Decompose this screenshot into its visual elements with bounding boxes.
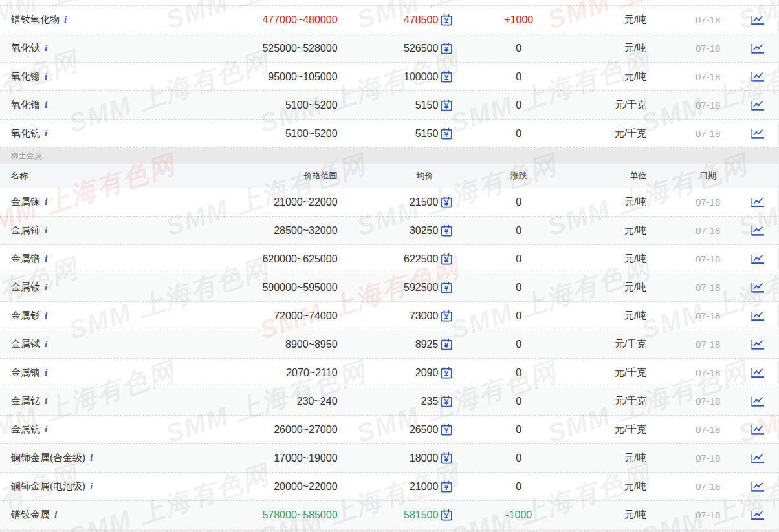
table-row[interactable]: 金属钕i590000~595000592500¥0元/吨07-18 [0, 273, 778, 302]
price-range-cell: 20000~22000 [214, 481, 338, 493]
chart-link-icon[interactable] [751, 452, 765, 464]
svg-text:¥: ¥ [444, 341, 449, 349]
price-tag-icon[interactable]: ¥ [441, 338, 452, 350]
table-row[interactable]: 金属镨i620000~625000622500¥0元/吨07-18 [0, 245, 778, 273]
chart-link-icon[interactable] [751, 42, 765, 54]
info-icon[interactable]: i [45, 72, 47, 81]
avg-price-cell: 21000¥ [338, 480, 453, 493]
price-tag-icon[interactable]: ¥ [441, 99, 452, 111]
table-row[interactable]: 镧铈金属(合金级)i17000~1900018000¥0元/吨07-18 [0, 444, 778, 473]
avg-price-value: 26500 [410, 424, 439, 436]
chart-link-icon[interactable] [751, 395, 765, 407]
chart-link-icon[interactable] [751, 310, 765, 322]
info-icon[interactable]: i [54, 510, 57, 520]
price-tag-icon-svg: ¥ [441, 395, 452, 407]
line-chart-icon-svg [751, 127, 765, 140]
commodity-name-cell: 镨钕氧化物i [0, 14, 214, 26]
chart-link-icon[interactable] [751, 423, 765, 436]
table-row[interactable]: 氧化钪i5100~52005150¥0元/千克07-18 [0, 120, 778, 148]
chart-link-icon[interactable] [751, 281, 765, 293]
table-row[interactable]: 氧化镥i5100~52005150¥0元/千克07-18 [0, 91, 778, 120]
avg-price-value: 21500 [410, 197, 439, 208]
section-title: 稀土金属 [11, 151, 42, 160]
commodity-name-cell: 金属钪i [0, 423, 214, 436]
avg-price-value: 622500 [404, 253, 438, 265]
price-tag-icon[interactable]: ¥ [441, 14, 452, 26]
table-row[interactable]: 金属钪i26000~2700026500¥0元/千克07-18 [0, 416, 778, 444]
svg-text:¥: ¥ [444, 484, 449, 491]
chart-link-icon[interactable] [751, 509, 765, 521]
svg-text:¥: ¥ [444, 455, 449, 463]
line-chart-icon-svg [751, 253, 765, 265]
chart-link-icon[interactable] [751, 224, 765, 237]
info-icon[interactable]: i [90, 453, 93, 463]
table-row[interactable]: 金属镝i2070~21102090¥0元/千克07-18 [0, 359, 778, 387]
price-tag-icon[interactable]: ¥ [441, 196, 452, 208]
unit-cell: 元/千克 [585, 367, 679, 379]
info-icon[interactable]: i [45, 311, 47, 321]
date-cell: 07-18 [679, 43, 737, 54]
info-icon[interactable]: i [45, 368, 47, 378]
commodity-name-cell: 金属镝i [0, 367, 214, 379]
change-cell: -1000 [452, 509, 585, 521]
svg-text:¥: ¥ [444, 313, 449, 321]
table-row[interactable]: 金属铽i8900~89508925¥0元/千克07-18 [0, 330, 778, 359]
svg-text:¥: ¥ [444, 131, 449, 138]
price-tag-icon[interactable]: ¥ [441, 395, 452, 407]
chart-link-icon[interactable] [751, 480, 765, 493]
price-tag-icon[interactable]: ¥ [441, 42, 452, 54]
info-icon[interactable]: i [45, 226, 47, 235]
chart-link-icon[interactable] [751, 70, 765, 83]
price-tag-icon[interactable]: ¥ [441, 70, 452, 83]
table-row[interactable]: 金属铈i28500~3200030250¥0元/吨07-18 [0, 217, 778, 245]
chart-link-icon[interactable] [751, 253, 765, 265]
info-icon[interactable]: i [45, 425, 47, 434]
date-cell: 07-18 [679, 452, 737, 463]
price-tag-icon[interactable]: ¥ [441, 452, 452, 464]
avg-price-value: 235 [421, 396, 439, 407]
info-icon[interactable]: i [45, 129, 47, 138]
date-cell: 07-18 [679, 282, 737, 293]
chart-link-icon[interactable] [751, 338, 765, 350]
price-tag-icon-svg: ¥ [441, 310, 452, 322]
table-row[interactable]: 镧铈金属(电池级)i20000~2200021000¥0元/吨07-18 [0, 473, 778, 501]
change-cell: 0 [452, 128, 585, 140]
commodity-name: 镨钕金属 [11, 509, 50, 521]
info-icon[interactable]: i [90, 482, 93, 491]
info-icon[interactable]: i [45, 282, 47, 292]
table-row[interactable]: 金属镧i21000~2200021500¥0元/吨07-18 [0, 188, 778, 217]
info-icon[interactable]: i [45, 43, 47, 53]
table-row[interactable]: 金属钐i72000~7400073000¥0元/吨07-18 [0, 302, 778, 330]
commodity-name: 金属镧 [11, 196, 40, 208]
table-row[interactable]: 镨钕金属i578000~585000581500¥-1000元/吨07-18 [0, 501, 778, 529]
price-tag-icon[interactable]: ¥ [441, 480, 452, 493]
info-icon[interactable]: i [45, 339, 47, 349]
price-tag-icon[interactable]: ¥ [441, 281, 452, 293]
chart-link-icon[interactable] [751, 99, 765, 111]
info-icon[interactable]: i [45, 396, 47, 406]
table-row[interactable]: 金属钇i230~240235¥0元/千克07-18 [0, 387, 778, 416]
chart-link-icon[interactable] [751, 127, 765, 140]
price-tag-icon[interactable]: ¥ [441, 423, 452, 436]
price-range-cell: 17000~19000 [214, 452, 338, 464]
table-row[interactable]: 镨钕氧化物i477000~480000478500¥+1000元/吨07-18 [0, 6, 778, 34]
table-row[interactable]: 氧化钬i525000~528000526500¥0元/吨07-18 [0, 34, 778, 63]
chart-link-icon[interactable] [751, 367, 765, 379]
avg-price-value: 478500 [404, 14, 438, 26]
price-tag-icon[interactable]: ¥ [441, 310, 452, 322]
table-row[interactable]: 氧化镱i95000~105000100000¥0元/吨07-18 [0, 63, 778, 91]
chart-link-icon[interactable] [751, 14, 765, 26]
next-section-sliver [0, 529, 778, 532]
info-icon[interactable]: i [64, 15, 67, 25]
info-icon[interactable]: i [45, 197, 47, 207]
price-tag-icon[interactable]: ¥ [441, 253, 452, 265]
info-icon[interactable]: i [45, 100, 47, 110]
avg-price-value: 581500 [404, 509, 438, 521]
price-tag-icon[interactable]: ¥ [441, 127, 452, 140]
chart-link-icon[interactable] [751, 196, 765, 208]
info-icon[interactable]: i [45, 254, 47, 264]
price-tag-icon[interactable]: ¥ [441, 509, 452, 521]
price-tag-icon[interactable]: ¥ [441, 224, 452, 237]
price-tag-icon[interactable]: ¥ [441, 367, 452, 379]
unit-cell: 元/吨 [585, 452, 679, 464]
